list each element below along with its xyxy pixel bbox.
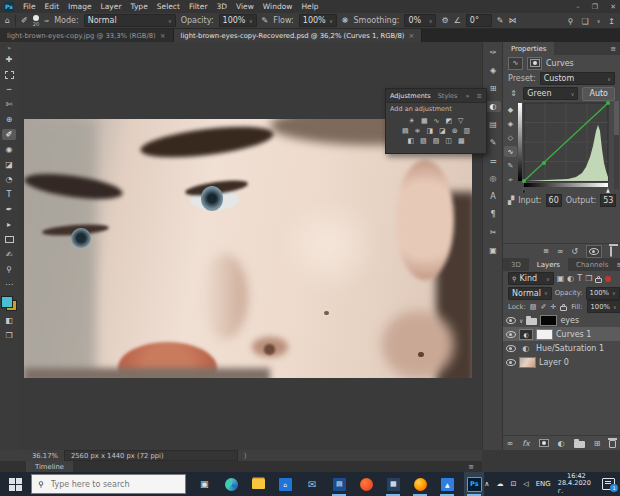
status-arrow-icon[interactable]: ⟩ [244,452,247,460]
menu-select[interactable]: Select [157,2,180,11]
visibility-eye-icon[interactable] [506,345,516,352]
panel-menu-icon[interactable]: ≡ [468,463,482,471]
onedrive-cloud-icon[interactable]: ☁ [496,480,503,488]
channel-mixer-icon[interactable]: ⊛ [452,127,458,135]
pressure-opacity-icon[interactable]: ✎ [262,16,269,25]
speaker-icon[interactable]: ◁ [523,480,528,488]
restore-button[interactable]: ❐ [592,3,598,11]
tool-presets-panel-icon[interactable]: ⚌ [486,155,501,166]
tab-layers[interactable]: Layers [529,258,568,271]
brush-settings-panel-icon[interactable]: ✑ [486,47,501,58]
calculator-button[interactable]: ▦ [383,472,403,496]
photoshop-taskbar-button[interactable]: Ps [464,472,484,496]
swatches-panel-icon[interactable]: ◈ [486,65,501,76]
menu-filter[interactable]: Filter [189,2,208,11]
group-mask-thumbnail[interactable] [540,315,557,326]
smooth-curve-icon[interactable]: ≁ [504,174,517,185]
edge-button[interactable] [221,472,241,496]
tab-adjustments[interactable]: Adjustments [390,92,431,100]
home-icon[interactable]: ⌂ [5,16,10,25]
tab-3d[interactable]: 3D [503,258,529,271]
draw-curve-pencil-icon[interactable]: ✎ [504,160,517,171]
new-group-icon[interactable] [574,439,585,448]
delete-layer-icon[interactable] [609,438,616,448]
eraser-tool[interactable]: ◪ [2,159,16,170]
black-white-icon[interactable]: ◨ [426,127,433,135]
taskbar-clock[interactable]: 16:42 28.4.2020 г. [558,473,595,495]
threshold-icon[interactable]: ▧ [433,137,440,145]
smoothing-select[interactable]: 0% ∨ [404,14,436,27]
fill-select[interactable]: 100% ∨ [587,300,620,313]
shape-tool[interactable] [2,234,16,245]
color-lookup-icon[interactable]: ▥ [464,127,471,135]
mask-badge-icon[interactable] [527,57,542,70]
gradient-map-icon[interactable]: ◫ [445,137,452,145]
outlook-button[interactable]: ▤ [329,472,349,496]
document-canvas-image[interactable] [24,119,472,378]
tab-timeline[interactable]: Timeline [26,461,73,472]
output-field[interactable]: 53 [600,194,616,207]
opacity-select[interactable]: 100% ∨ [219,14,257,27]
exposure-icon[interactable]: ◩ [445,117,452,125]
filter-group-layers-icon[interactable]: ❒ [585,274,592,283]
layer-blend-mode-select[interactable]: Normal ∨ [508,287,552,300]
glyphs-panel-icon[interactable]: ✂ [486,227,501,238]
preset-select[interactable]: Custom ∨ [540,72,615,85]
menu-3d[interactable]: 3D [216,2,227,11]
collapse-panel-icon[interactable]: » [466,92,470,100]
targeted-adjustment-icon[interactable]: ⇕ [508,89,519,98]
menu-file[interactable]: File [23,2,36,11]
panel-menu-icon[interactable]: ≡ [610,45,620,53]
layer-row-hue-saturation[interactable]: ◐ Hue/Saturation 1 [503,341,620,355]
workspace-switcher-icon[interactable]: ❏ [581,17,588,26]
layer-name[interactable]: Hue/Saturation 1 [536,344,604,353]
clone-source-panel-icon[interactable]: ◎ [486,173,501,184]
toggle-brush-panel-icon[interactable]: ✑ [44,17,49,24]
layer-row-curves[interactable]: ◐ Curves 1 [503,327,620,341]
adjustments-panel-icon[interactable]: ◐ [486,101,501,112]
auto-button[interactable]: Auto [582,87,615,101]
menu-window[interactable]: Window [263,2,293,11]
pen-tool[interactable]: ✒ [2,204,16,215]
lock-all-icon[interactable] [560,303,567,311]
input-field[interactable]: 60 [546,194,562,207]
link-layers-icon[interactable]: ∞ [507,439,514,448]
mail-button[interactable]: ✉ [302,472,322,496]
filter-type-layers-icon[interactable]: T [577,274,582,283]
document-tab-inactive[interactable]: light-brown-eyes-copy.jpg @ 33,3% (RGB/8… [0,29,174,42]
paragraph-panel-icon[interactable]: ¶ [486,209,501,220]
clone-stamp-tool[interactable]: ◉ [2,144,16,155]
search-icon[interactable]: ⚲ [568,17,574,26]
document-tab-active[interactable]: light-brown-eyes-copy-Recovered.psd @ 36… [174,29,423,42]
levels-icon[interactable]: ▦ [421,117,428,125]
store-button[interactable]: ⌂ [275,472,295,496]
hand-tool[interactable]: ✍ [2,249,16,260]
task-view-button[interactable]: ▣ [194,472,214,496]
layers-opacity-select[interactable]: 100% ∨ [586,287,620,300]
styles-panel-icon[interactable]: ▤ [486,119,501,130]
file-explorer-button[interactable] [248,472,268,496]
channel-select[interactable]: Green ∨ [523,87,578,100]
character-panel-icon[interactable]: A [486,191,501,202]
white-point-eyedropper-icon[interactable]: ◇ [504,132,517,143]
posterize-icon[interactable]: ▨ [420,137,427,145]
dodge-tool[interactable]: ◔ [2,174,16,185]
delete-adjustment-icon[interactable] [610,247,612,256]
properties-scrollbar[interactable] [614,101,619,189]
language-indicator[interactable]: ENG [536,480,551,488]
invert-icon[interactable]: ◧ [407,137,414,145]
lock-transparent-icon[interactable]: ▨ [530,303,537,311]
screen-mode-icon[interactable]: ❒ [2,330,16,341]
new-layer-icon[interactable]: ⊞ [594,439,601,448]
lock-paint-icon[interactable]: ✐ [540,303,546,311]
healing-brush-tool[interactable]: ⊕ [2,114,16,125]
flow-select[interactable]: 100% ∨ [299,14,337,27]
layer-name[interactable]: eyes [560,316,579,325]
filter-adjustment-layers-icon[interactable]: ◐ [567,274,574,283]
menu-type[interactable]: Type [131,2,148,11]
tray-expand-icon[interactable]: ∧ [484,480,489,488]
symmetry-icon[interactable]: ⋈ [509,16,517,25]
gray-point-eyedropper-icon[interactable]: ◈ [504,118,517,129]
black-point-eyedropper-icon[interactable]: ◆ [504,104,517,115]
close-tab-icon[interactable]: × [160,32,166,40]
